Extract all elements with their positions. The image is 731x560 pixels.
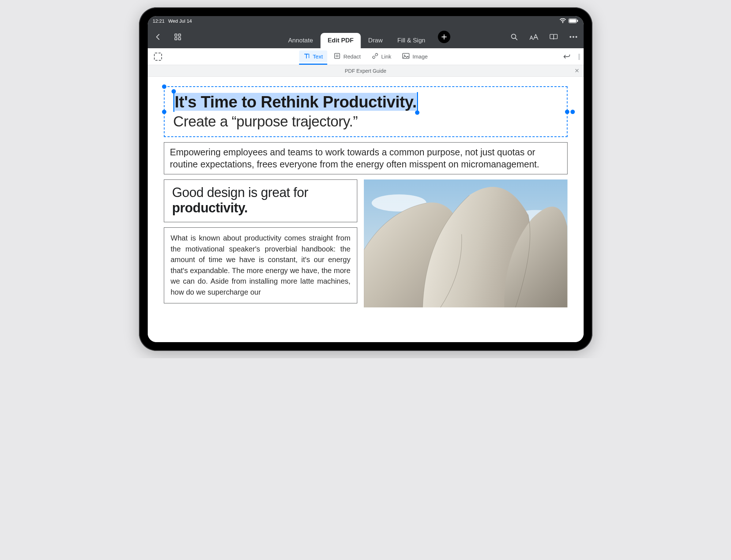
svg-rect-12 xyxy=(335,53,340,58)
svg-rect-2 xyxy=(569,19,576,23)
status-time: 12:21 xyxy=(153,18,165,24)
text-caret-end[interactable] xyxy=(417,92,418,112)
tab-draw[interactable]: Draw xyxy=(361,33,390,48)
svg-point-11 xyxy=(576,36,577,38)
status-date: Wed Jul 14 xyxy=(168,18,192,24)
svg-point-0 xyxy=(562,22,563,23)
tool-image[interactable]: Image xyxy=(398,51,432,62)
document-title: PDF Expert Guide xyxy=(345,68,387,74)
add-tab-button[interactable] xyxy=(438,31,450,43)
article-image[interactable] xyxy=(364,179,567,307)
selected-text-block[interactable]: It's Time to Rethink Productivity. Creat… xyxy=(164,86,568,137)
resize-handle-outer-r[interactable] xyxy=(570,110,575,114)
tab-fill-sign[interactable]: Fill & Sign xyxy=(390,33,433,48)
close-document-button[interactable]: ✕ xyxy=(574,67,579,74)
svg-rect-7 xyxy=(178,38,181,40)
svg-point-9 xyxy=(570,36,571,38)
headline-text[interactable]: It's Time to Rethink Productivity. xyxy=(173,92,418,112)
body-paragraph-text: What is known about productivity comes s… xyxy=(171,233,351,298)
ipad-device-frame: 12:21 Wed Jul 14 xyxy=(139,7,592,351)
search-button[interactable] xyxy=(508,30,521,43)
top-toolbar: Annotate Edit PDF Draw Fill & Sign xyxy=(148,26,584,48)
resize-handle-ml[interactable] xyxy=(162,110,166,114)
subheading-text: Good design is great for productivity. xyxy=(172,185,349,216)
status-bar: 12:21 Wed Jul 14 xyxy=(148,16,584,26)
screen: 12:21 Wed Jul 14 xyxy=(148,16,584,342)
tool-image-label: Image xyxy=(412,53,428,60)
text-tool-icon xyxy=(303,53,310,60)
document-canvas[interactable]: It's Time to Rethink Productivity. Creat… xyxy=(148,77,584,342)
text-caret-start[interactable] xyxy=(173,92,174,112)
body-paragraph-block[interactable]: What is known about productivity comes s… xyxy=(164,227,358,303)
selection-rect-icon xyxy=(154,53,162,61)
resize-handle-tl[interactable] xyxy=(162,84,166,89)
tool-text-label: Text xyxy=(313,53,323,60)
tab-annotate[interactable]: Annotate xyxy=(281,33,320,48)
headline-selected-span: It's Time to Rethink Productivity. xyxy=(175,93,417,111)
tool-link[interactable]: Link xyxy=(367,50,396,63)
resize-handle-mr[interactable] xyxy=(565,110,569,114)
undo-button[interactable] xyxy=(559,50,573,63)
subheadline-text[interactable]: Create a “purpose trajectory.” xyxy=(173,113,558,130)
svg-rect-6 xyxy=(175,38,177,40)
svg-point-10 xyxy=(573,36,574,38)
svg-point-14 xyxy=(404,55,405,56)
edit-subtoolbar: Text Redact Link xyxy=(148,48,584,65)
two-column-row: Good design is great for productivity. W… xyxy=(164,179,568,307)
svg-rect-3 xyxy=(577,20,578,22)
reader-view-button[interactable] xyxy=(547,30,560,43)
intro-paragraph-block[interactable]: Empowering employees and teams to work t… xyxy=(164,142,568,174)
link-icon xyxy=(372,53,378,60)
tool-text[interactable]: Text xyxy=(299,50,327,63)
image-icon xyxy=(402,53,410,60)
text-size-button[interactable] xyxy=(527,30,540,43)
mode-tabs: Annotate Edit PDF Draw Fill & Sign xyxy=(281,26,450,48)
subheading-block[interactable]: Good design is great for productivity. xyxy=(164,179,358,222)
toolbar-drag-handle[interactable]: || xyxy=(578,53,580,60)
tool-link-label: Link xyxy=(381,53,391,60)
battery-icon xyxy=(568,18,579,23)
tool-redact[interactable]: Redact xyxy=(329,50,365,63)
intro-paragraph-text: Empowering employees and teams to work t… xyxy=(170,146,561,170)
tab-edit-pdf[interactable]: Edit PDF xyxy=(320,33,361,48)
tool-redact-label: Redact xyxy=(343,53,361,60)
redact-icon xyxy=(334,53,340,60)
grid-view-button[interactable] xyxy=(171,30,184,43)
wifi-icon xyxy=(559,18,566,23)
more-button[interactable] xyxy=(567,30,580,43)
back-button[interactable] xyxy=(151,30,165,43)
document-title-bar: PDF Expert Guide ✕ xyxy=(148,65,584,77)
svg-rect-4 xyxy=(175,34,177,36)
svg-rect-5 xyxy=(178,34,181,36)
selection-tool-button[interactable] xyxy=(151,50,165,63)
